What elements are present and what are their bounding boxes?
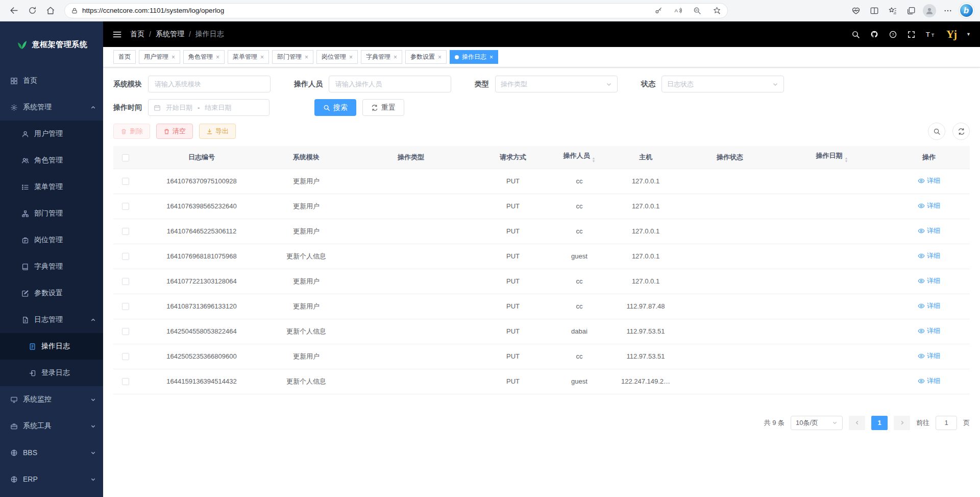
tab-close-icon[interactable]: ×	[349, 54, 353, 60]
sidebar-item-dict-mgmt[interactable]: 字典管理	[0, 253, 103, 280]
tab-post-mgmt[interactable]: 岗位管理×	[316, 50, 358, 64]
sidebar-item-yi-framework[interactable]: Yi框架	[0, 492, 103, 497]
tab-param-settings[interactable]: 参数设置×	[405, 50, 447, 64]
sidebar-item-home[interactable]: 首页	[0, 67, 103, 94]
row-checkbox[interactable]	[122, 328, 129, 335]
sidebar-item-system-monitor[interactable]: 系统监控	[0, 386, 103, 413]
detail-link[interactable]: 详细	[918, 376, 940, 386]
type-select[interactable]: 操作类型	[495, 76, 618, 92]
delete-button[interactable]: 删除	[113, 124, 150, 139]
date-range-picker[interactable]: 开始日期 - 结束日期	[148, 99, 270, 116]
sidebar-item-menu-mgmt[interactable]: 菜单管理	[0, 174, 103, 200]
avatar-caret-down-icon[interactable]: ▼	[966, 32, 971, 37]
row-checkbox[interactable]	[122, 353, 129, 360]
search-button[interactable]: 搜索	[314, 99, 356, 116]
tab-operation-log[interactable]: 操作日志×	[450, 50, 498, 64]
detail-link[interactable]: 详细	[918, 301, 940, 311]
tab-user-mgmt[interactable]: 用户管理×	[139, 50, 180, 64]
detail-link[interactable]: 详细	[918, 276, 940, 286]
breadcrumb-system[interactable]: 系统管理	[156, 30, 184, 39]
browser-refresh-button[interactable]	[23, 3, 41, 19]
export-button[interactable]: 导出	[199, 124, 236, 139]
browser-settings-menu-button[interactable]	[939, 3, 957, 19]
row-checkbox[interactable]	[122, 203, 129, 210]
favorites-button[interactable]	[884, 3, 901, 19]
tab-close-icon[interactable]: ×	[260, 54, 264, 60]
row-checkbox[interactable]	[122, 228, 129, 235]
module-input[interactable]	[148, 76, 271, 92]
font-size-button[interactable]: TT	[925, 30, 937, 39]
sidebar-item-dept-mgmt[interactable]: 部门管理	[0, 200, 103, 227]
sidebar-item-user-mgmt[interactable]: 用户管理	[0, 121, 103, 147]
sidebar-item-log-mgmt[interactable]: 日志管理	[0, 306, 103, 333]
refresh-table-button[interactable]	[952, 123, 970, 140]
sidebar-item-bbs[interactable]: BBS	[0, 439, 103, 466]
next-page-button[interactable]	[894, 416, 910, 430]
browser-url-bar[interactable]: https://ccnetcore.com:1101/system/log/op…	[64, 3, 728, 18]
row-checkbox[interactable]	[122, 178, 129, 185]
status-select[interactable]: 日志状态	[662, 76, 784, 92]
select-all-checkbox[interactable]	[122, 154, 129, 161]
tab-close-icon[interactable]: ×	[394, 54, 397, 60]
detail-link[interactable]: 详细	[918, 176, 940, 185]
reset-button[interactable]: 重置	[362, 99, 404, 116]
tab-close-icon[interactable]: ×	[305, 54, 308, 60]
detail-link[interactable]: 详细	[918, 226, 940, 235]
sort-carets-icon[interactable]: ▲▼	[845, 157, 848, 163]
detail-link[interactable]: 详细	[918, 201, 940, 210]
tab-dict-mgmt[interactable]: 字典管理×	[361, 50, 402, 64]
row-checkbox[interactable]	[122, 303, 129, 310]
collections-button[interactable]	[902, 3, 920, 19]
goto-page-input[interactable]	[936, 416, 957, 430]
detail-link[interactable]: 详细	[918, 326, 940, 336]
tab-dept-mgmt[interactable]: 部门管理×	[272, 50, 313, 64]
sidebar-item-system[interactable]: 系统管理	[0, 94, 103, 121]
sidebar-toggle-button[interactable]	[112, 30, 122, 39]
sidebar-item-erp[interactable]: ERP	[0, 466, 103, 492]
read-aloud-button[interactable]: A	[670, 4, 685, 17]
split-screen-button[interactable]	[866, 3, 883, 19]
browser-home-button[interactable]	[42, 3, 59, 19]
sidebar-item-param-settings[interactable]: 参数设置	[0, 280, 103, 306]
saved-password-button[interactable]	[651, 4, 666, 17]
github-link-button[interactable]	[870, 30, 879, 39]
sidebar-item-post-mgmt[interactable]: 岗位管理	[0, 227, 103, 253]
user-avatar-logo[interactable]: Yj	[946, 28, 957, 41]
tab-close-icon[interactable]: ×	[489, 54, 493, 60]
app-logo[interactable]: 意框架管理系统	[0, 21, 103, 67]
row-checkbox[interactable]	[122, 278, 129, 285]
fullscreen-button[interactable]	[907, 30, 916, 39]
row-checkbox[interactable]	[122, 253, 129, 260]
clear-button[interactable]: 清空	[156, 124, 193, 139]
copilot-button[interactable]: b	[958, 3, 975, 19]
browser-back-button[interactable]	[5, 3, 22, 19]
row-checkbox[interactable]	[122, 378, 129, 385]
sort-carets-icon[interactable]: ▲▼	[592, 157, 596, 163]
help-button[interactable]: ?	[889, 30, 897, 39]
tab-close-icon[interactable]: ×	[172, 54, 175, 60]
page-number-1[interactable]: 1	[871, 416, 888, 430]
tab-role-mgmt[interactable]: 角色管理×	[183, 50, 225, 64]
sidebar-item-role-mgmt[interactable]: 角色管理	[0, 147, 103, 174]
tab-close-icon[interactable]: ×	[216, 54, 219, 60]
detail-link[interactable]: 详细	[918, 251, 940, 261]
browser-essentials-button[interactable]	[847, 3, 865, 19]
header-operator[interactable]: 操作人员▲▼	[551, 146, 607, 169]
header-date[interactable]: 操作日期▲▼	[776, 146, 888, 169]
show-search-toggle-button[interactable]	[928, 123, 945, 140]
zoom-out-button[interactable]	[690, 4, 705, 17]
add-favorite-button[interactable]	[709, 4, 724, 17]
sidebar-item-operation-log[interactable]: 操作日志	[0, 333, 103, 360]
breadcrumb-home[interactable]: 首页	[130, 30, 144, 39]
header-search-button[interactable]	[851, 30, 860, 39]
profile-button[interactable]	[921, 3, 938, 19]
prev-page-button[interactable]	[849, 416, 865, 430]
sidebar-item-login-log[interactable]: 登录日志	[0, 360, 103, 386]
tab-menu-mgmt[interactable]: 菜单管理×	[228, 50, 269, 64]
sidebar-item-system-tools[interactable]: 系统工具	[0, 413, 103, 439]
detail-link[interactable]: 详细	[918, 351, 940, 361]
operator-input[interactable]	[329, 76, 451, 92]
tab-home[interactable]: 首页	[113, 50, 136, 64]
tab-close-icon[interactable]: ×	[438, 54, 442, 60]
page-size-select[interactable]: 10条/页	[791, 416, 843, 430]
